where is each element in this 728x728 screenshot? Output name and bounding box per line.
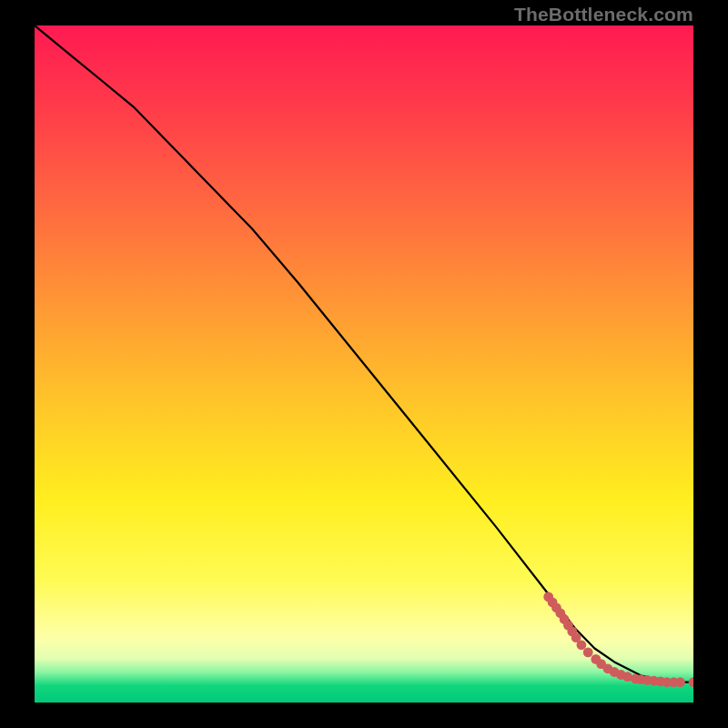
scatter-point	[577, 640, 587, 650]
curve-line	[35, 25, 693, 682]
chart-frame: TheBottleneck.com	[0, 0, 728, 728]
watermark-text: TheBottleneck.com	[514, 4, 693, 25]
plot-area	[35, 25, 693, 703]
scatter-point	[689, 677, 693, 687]
scatter-point	[583, 648, 593, 658]
scatter-points	[543, 592, 693, 688]
scatter-point	[675, 677, 685, 687]
chart-overlay	[35, 25, 693, 703]
